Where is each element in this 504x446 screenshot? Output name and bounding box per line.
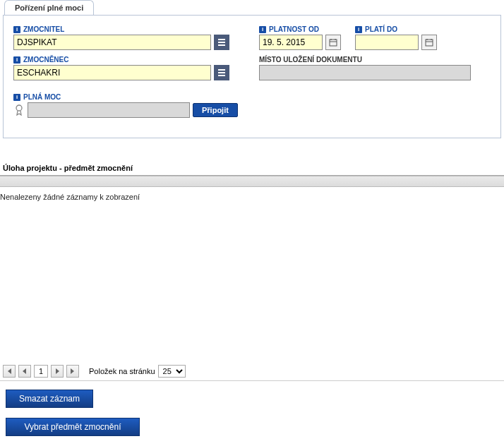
- calendar-platnost-od-button[interactable]: [325, 35, 341, 50]
- lookup-zmocnitel-button[interactable]: [214, 35, 229, 50]
- pager-next-button[interactable]: [51, 365, 64, 378]
- svg-rect-4: [218, 72, 225, 73]
- svg-rect-0: [218, 39, 225, 40]
- info-icon: i: [259, 26, 266, 33]
- svg-rect-7: [330, 40, 337, 46]
- input-plna-moc[interactable]: [28, 102, 190, 118]
- svg-point-6: [16, 105, 22, 111]
- svg-rect-5: [218, 75, 225, 76]
- pager-page-input[interactable]: [34, 365, 48, 378]
- pager: Položek na stránku 25: [0, 362, 504, 381]
- input-misto-ulozeni[interactable]: [259, 65, 471, 80]
- next-icon: [54, 368, 60, 374]
- form-panel: i ZMOCNITEL i ZMOCNĚNEC: [3, 15, 501, 138]
- svg-rect-1: [218, 42, 225, 43]
- info-icon: i: [13, 56, 20, 64]
- lookup-zmocnenec-button[interactable]: [214, 65, 229, 80]
- pager-size-select[interactable]: 25: [158, 365, 186, 378]
- certificate-icon: [13, 104, 25, 116]
- smazat-zaznam-button[interactable]: Smazat záznam: [6, 390, 93, 408]
- info-icon: i: [13, 26, 20, 33]
- grid-empty-message: Nenalezeny žádné záznamy k zobrazení: [0, 187, 504, 207]
- label-misto-ulozeni: MÍSTO ULOŽENÍ DOKUMENTU: [259, 56, 362, 64]
- tab-porizeni[interactable]: Pořízení plné moci: [4, 0, 94, 16]
- calendar-icon: [425, 38, 433, 47]
- info-icon: i: [355, 26, 362, 33]
- input-zmocnitel[interactable]: [13, 35, 211, 50]
- vybrat-predmet-button[interactable]: Vybrat předmět zmocnění: [6, 418, 140, 436]
- svg-rect-2: [218, 44, 225, 46]
- input-zmocnenec[interactable]: [13, 65, 211, 80]
- section-title: Úloha projektu - předmět zmocnění: [0, 159, 504, 176]
- list-icon: [217, 38, 226, 47]
- pager-size-label: Položek na stránku: [89, 367, 155, 375]
- pager-last-button[interactable]: [66, 365, 79, 378]
- label-platnost-od: PLATNOST OD: [269, 25, 319, 33]
- svg-rect-3: [218, 69, 225, 71]
- info-icon: i: [13, 94, 20, 101]
- prev-icon: [22, 368, 28, 374]
- input-platnost-od[interactable]: [259, 35, 323, 50]
- first-icon: [6, 368, 12, 374]
- calendar-icon: [329, 38, 337, 47]
- svg-rect-11: [426, 40, 433, 46]
- pripojit-button[interactable]: Připojit: [193, 103, 238, 117]
- pager-first-button[interactable]: [3, 365, 16, 378]
- grid-header-bar: [0, 176, 504, 187]
- list-icon: [217, 68, 226, 77]
- input-plati-do[interactable]: [355, 35, 419, 50]
- calendar-plati-do-button[interactable]: [421, 35, 437, 50]
- label-plna-moc: PLNÁ MOC: [23, 93, 61, 101]
- last-icon: [70, 368, 76, 374]
- label-zmocnenec: ZMOCNĚNEC: [23, 56, 68, 64]
- pager-prev-button[interactable]: [18, 365, 31, 378]
- label-plati-do: PLATÍ DO: [365, 25, 397, 33]
- label-zmocnitel: ZMOCNITEL: [23, 25, 64, 33]
